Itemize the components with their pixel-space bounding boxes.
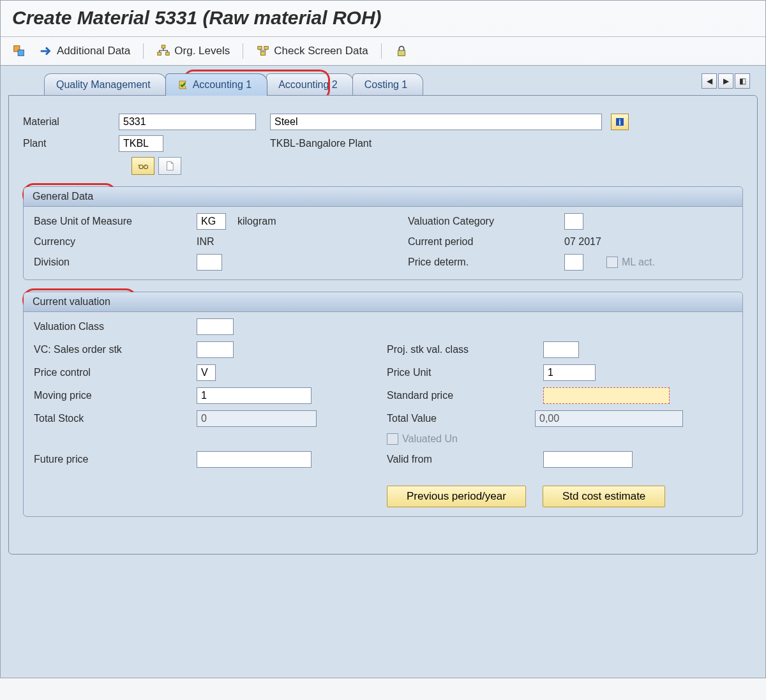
svg-point-12 <box>144 165 148 169</box>
toolbar-icon-views[interactable] <box>12 44 26 58</box>
org-levels-button[interactable]: Org. Levels <box>156 44 230 58</box>
moving-price-label: Moving price <box>34 390 197 401</box>
price-control-input[interactable] <box>197 364 216 381</box>
plant-label: Plant <box>23 138 119 149</box>
current-period-value: 07 2017 <box>564 236 727 248</box>
app-toolbar: Additional Data Org. Levels Check Screen… <box>1 37 765 65</box>
toolbar-separator <box>143 43 144 59</box>
glasses-icon <box>137 160 149 172</box>
material-label: Material <box>23 116 119 128</box>
svg-rect-7 <box>261 52 266 56</box>
current-period-label: Current period <box>408 236 564 248</box>
tab-accounting-1[interactable]: Accounting 1 <box>165 73 268 96</box>
check-screen-data-button[interactable]: Check Screen Data <box>256 44 368 58</box>
division-label: Division <box>34 257 197 268</box>
moving-price-input[interactable] <box>197 387 312 404</box>
price-unit-input[interactable] <box>543 364 596 381</box>
check-data-icon <box>256 44 270 58</box>
valuation-class-label: Valuation Class <box>34 321 197 332</box>
price-determ-input[interactable] <box>564 254 583 271</box>
svg-rect-4 <box>166 52 170 56</box>
price-unit-label: Price Unit <box>387 367 543 378</box>
material-number-input[interactable] <box>119 114 256 130</box>
valuation-class-input[interactable] <box>197 318 234 335</box>
previous-period-button[interactable]: Previous period/year <box>387 486 526 507</box>
total-value-label: Total Value <box>387 413 535 424</box>
tab-panel-accounting-1: Material i Plant TKBL-Bangalore Plant <box>8 95 758 555</box>
svg-text:i: i <box>619 118 620 127</box>
valuation-category-label: Valuation Category <box>408 216 564 227</box>
additional-data-label: Additional Data <box>57 45 130 57</box>
svg-rect-6 <box>264 47 268 50</box>
svg-rect-8 <box>398 50 405 56</box>
plant-code-input[interactable] <box>119 135 163 152</box>
tab-scroll-left[interactable]: ◀ <box>702 73 717 89</box>
division-input[interactable] <box>197 254 222 271</box>
material-description-input[interactable] <box>270 114 602 130</box>
currency-value: INR <box>197 236 359 248</box>
current-valuation-header: Current valuation <box>24 292 742 312</box>
standard-price-input[interactable] <box>543 387 670 404</box>
svg-rect-5 <box>258 47 262 50</box>
other-view-icon <box>12 44 26 58</box>
vc-sales-order-stk-input[interactable] <box>197 341 234 358</box>
ml-act-checkbox[interactable] <box>606 257 618 268</box>
current-valuation-group: Current valuation Valuation Class VC: Sa… <box>23 292 743 517</box>
svg-rect-1 <box>18 50 24 56</box>
org-levels-label: Org. Levels <box>174 45 230 57</box>
tab-label: Quality Management <box>56 79 151 91</box>
proj-stk-val-class-input[interactable] <box>543 341 579 358</box>
std-cost-estimate-button[interactable]: Std cost estimate <box>543 486 665 507</box>
org-levels-icon <box>156 44 170 58</box>
info-button[interactable]: i <box>611 114 629 130</box>
arrow-right-icon <box>39 44 53 58</box>
base-uom-text: kilogram <box>237 216 400 227</box>
tab-label: Accounting 1 <box>193 79 252 91</box>
svg-rect-3 <box>158 52 161 56</box>
lock-icon <box>394 44 409 58</box>
info-icon: i <box>614 116 626 128</box>
toolbar-separator <box>381 43 382 59</box>
standard-price-label: Standard price <box>387 390 543 401</box>
check-screen-data-label: Check Screen Data <box>274 45 368 57</box>
tabstrip: Quality Management Accounting 1 Accounti… <box>44 73 758 96</box>
tab-accounting-2[interactable]: Accounting 2 <box>266 73 354 96</box>
plant-description: TKBL-Bangalore Plant <box>270 138 372 149</box>
price-control-label: Price control <box>34 367 197 378</box>
proj-stk-val-class-label: Proj. stk val. class <box>387 344 543 355</box>
total-stock-value <box>197 410 317 427</box>
tab-label: Accounting 2 <box>278 79 338 91</box>
valid-from-input[interactable] <box>543 451 633 468</box>
additional-data-button[interactable]: Additional Data <box>39 44 130 58</box>
svg-rect-2 <box>162 45 166 48</box>
future-price-input[interactable] <box>197 451 312 468</box>
create-button[interactable] <box>158 157 181 175</box>
page-title: Create Material 5331 (Raw material ROH) <box>12 7 754 29</box>
tab-label: Costing 1 <box>364 79 408 91</box>
material-button-bar <box>131 157 743 175</box>
tab-nav: ◀ ▶ ◧ <box>702 73 750 89</box>
toolbar-separator <box>243 43 243 59</box>
valuated-un-label: Valuated Un <box>402 433 565 445</box>
total-value-value <box>535 410 683 427</box>
tab-costing-1[interactable]: Costing 1 <box>352 73 424 96</box>
general-data-header: General Data <box>24 187 742 207</box>
document-icon <box>164 160 176 172</box>
lock-button[interactable] <box>394 44 409 58</box>
general-data-group: General Data Base Unit of Measure kilogr… <box>23 186 743 280</box>
ml-act-label: ML act. <box>622 257 766 268</box>
tab-check-icon <box>177 79 189 91</box>
vc-sales-order-stk-label: VC: Sales order stk <box>34 344 197 355</box>
display-button[interactable] <box>131 157 154 175</box>
tab-quality-management[interactable]: Quality Management <box>44 73 167 96</box>
currency-label: Currency <box>34 236 197 248</box>
valid-from-label: Valid from <box>387 454 543 465</box>
future-price-label: Future price <box>34 454 197 465</box>
price-determ-label: Price determ. <box>408 257 564 268</box>
valuated-un-checkbox[interactable] <box>387 433 398 445</box>
base-uom-label: Base Unit of Measure <box>34 216 197 227</box>
base-uom-input[interactable] <box>197 213 226 230</box>
valuation-category-input[interactable] <box>564 213 583 230</box>
tab-scroll-right[interactable]: ▶ <box>718 73 733 89</box>
tab-list-button[interactable]: ◧ <box>735 73 750 89</box>
